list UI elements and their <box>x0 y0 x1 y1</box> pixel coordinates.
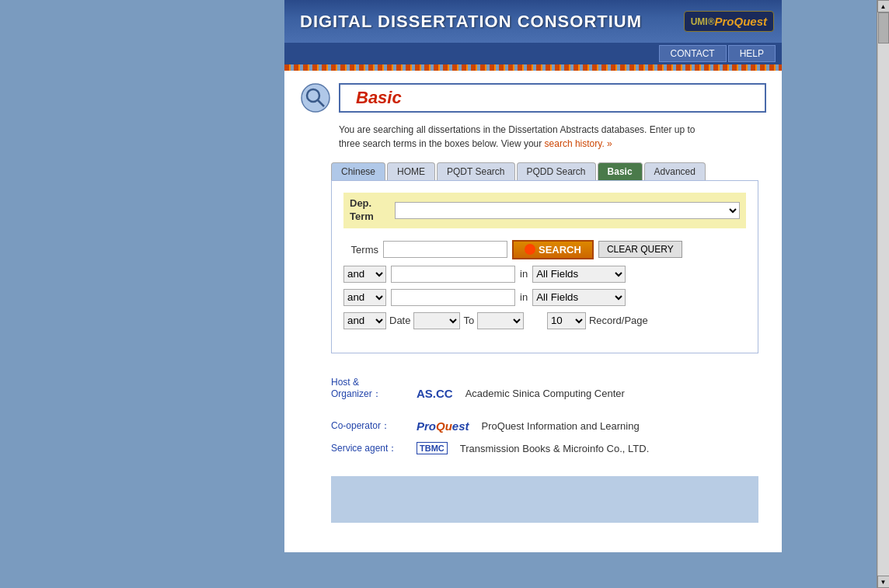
scroll-track[interactable] <box>878 12 889 576</box>
search-btn-icon <box>525 244 535 255</box>
in-label-1: in <box>520 268 528 280</box>
main-content: DIGITAL DISSERTATION CONSORTIUM UMI® Pro… <box>190 0 877 588</box>
proquest-logo: ProQuest <box>714 15 767 28</box>
title-box: Basic <box>339 83 766 113</box>
description: You are searching all dissertations in t… <box>339 123 766 151</box>
terms-label: Terms <box>343 244 378 256</box>
field-input-2[interactable] <box>391 289 515 306</box>
description-text-2: three search terms in the boxes below. V… <box>339 138 542 149</box>
co-operator-name: ProQuest Information and Learning <box>482 420 640 432</box>
tab-pqdt[interactable]: PQDT Search <box>437 162 514 180</box>
tab-advanced[interactable]: Advanced <box>644 162 706 180</box>
field-input-1[interactable] <box>391 266 515 283</box>
to-label: To <box>463 315 474 326</box>
tab-basic[interactable]: Basic <box>598 162 643 180</box>
dep-term-select[interactable] <box>395 202 740 219</box>
operator-select-3[interactable]: and or not <box>343 312 386 329</box>
dep-term-label: Dep.Term <box>350 197 389 224</box>
tabs-bar: Chinese HOME PQDT Search PQDD Search Bas… <box>331 162 766 180</box>
scroll-thumb[interactable] <box>878 12 889 43</box>
clear-query-button[interactable]: CLEAR QUERY <box>598 241 682 258</box>
operator-row-1: and or not in All Fields Title Author Ab… <box>343 266 746 283</box>
host-organizer-label: Host &Organizer： <box>331 377 409 401</box>
footer-info: Host &Organizer： AS.CC Academic Sinica C… <box>331 369 766 472</box>
contact-button[interactable]: CONTACT <box>659 45 727 62</box>
search-button-label: SEARCH <box>539 244 581 256</box>
operator-select-1[interactable]: and or not <box>343 266 386 283</box>
proquest-logo-footer: ProQuest <box>417 419 469 433</box>
date-to-select[interactable] <box>477 312 524 329</box>
records-per-page-select[interactable]: 10 20 50 100 <box>547 312 586 329</box>
blue-footer-area <box>331 476 758 523</box>
page-title-bar: Basic <box>300 82 766 113</box>
tbmc-logo: TBMC <box>417 442 448 454</box>
tab-chinese[interactable]: Chinese <box>331 162 385 180</box>
nav-bar: CONTACT HELP <box>284 43 782 64</box>
host-name: Academic Sinica Computing Center <box>465 388 625 399</box>
host-row: Host &Organizer： AS.CC Academic Sinica C… <box>331 377 766 410</box>
field-select-2[interactable]: All Fields Title Author Abstract <box>532 289 626 306</box>
ascc-logo: AS.CC <box>417 387 453 400</box>
search-form: Dep.Term Terms SEARCH CLEAR QUERY <box>331 180 758 353</box>
page-title: Basic <box>356 88 402 107</box>
description-text-1: You are searching all dissertations in t… <box>339 124 695 135</box>
operator-row-2: and or not in All Fields Title Author Ab… <box>343 289 746 306</box>
tab-pqdd[interactable]: PQDD Search <box>517 162 596 180</box>
date-label: Date <box>389 315 410 326</box>
service-agent-row: Service agent： TBMC Transmission Books &… <box>331 442 766 455</box>
search-history-link[interactable]: search history. » <box>545 138 612 149</box>
field-select-1[interactable]: All Fields Title Author Abstract <box>532 266 626 283</box>
date-row: and or not Date To 10 2 <box>343 312 746 329</box>
co-operator-label: Co-operator： <box>331 419 409 433</box>
header-banner: DIGITAL DISSERTATION CONSORTIUM UMI® Pro… <box>284 0 782 43</box>
dep-term-row: Dep.Term <box>343 193 746 228</box>
date-from-select[interactable] <box>413 312 460 329</box>
scrollbar[interactable]: ▲ ▼ <box>877 0 889 588</box>
terms-input-1[interactable] <box>383 241 507 258</box>
content-area: Basic You are searching all dissertation… <box>284 71 782 552</box>
scroll-up-button[interactable]: ▲ <box>877 0 890 12</box>
orange-divider <box>284 64 782 71</box>
tab-home[interactable]: HOME <box>387 162 435 180</box>
header-logo: UMI® ProQuest <box>684 11 774 32</box>
umi-logo: UMI® <box>691 16 715 27</box>
record-page-label: Record/Page <box>589 315 648 326</box>
search-icon <box>300 82 331 113</box>
scroll-down-button[interactable]: ▼ <box>877 576 890 588</box>
service-agent-name: Transmission Books & Microinfo Co., LTD. <box>460 443 649 454</box>
svg-point-0 <box>302 84 329 112</box>
co-operator-row: Co-operator： ProQuest ProQuest Informati… <box>331 419 766 433</box>
search-button[interactable]: SEARCH <box>512 240 594 259</box>
service-agent-label: Service agent： <box>331 442 409 455</box>
help-button[interactable]: HELP <box>728 45 776 62</box>
site-title: DIGITAL DISSERTATION CONSORTIUM <box>300 12 642 32</box>
left-sidebar <box>0 0 190 588</box>
terms-row: Terms SEARCH CLEAR QUERY <box>343 240 746 259</box>
operator-select-2[interactable]: and or not <box>343 289 386 306</box>
in-label-2: in <box>520 291 528 303</box>
